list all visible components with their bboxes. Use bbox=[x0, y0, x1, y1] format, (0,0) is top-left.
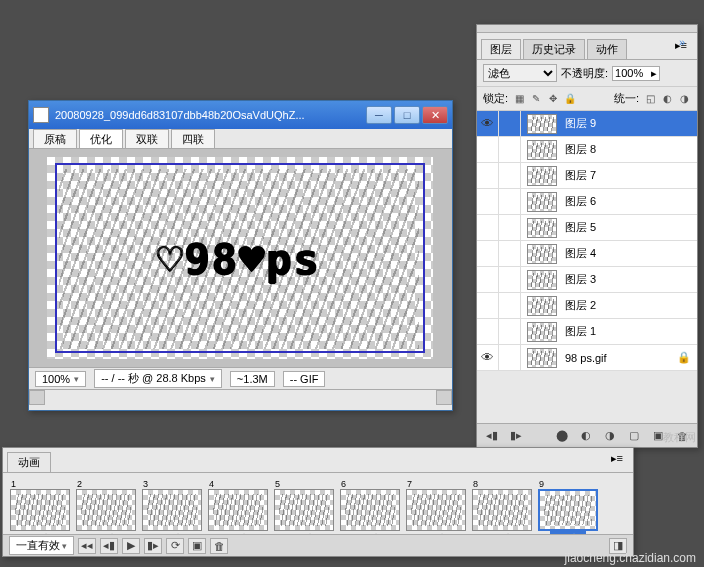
lock-pixels-icon[interactable]: ✎ bbox=[529, 92, 543, 106]
close-button[interactable]: ✕ bbox=[422, 106, 448, 124]
link-column[interactable] bbox=[499, 319, 521, 344]
maximize-button[interactable]: □ bbox=[394, 106, 420, 124]
layer-item[interactable]: 图层 5 bbox=[477, 215, 697, 241]
first-frame-button[interactable]: ◂◂ bbox=[78, 538, 96, 554]
link-column[interactable] bbox=[499, 241, 521, 266]
canvas-area[interactable]: ♡98♥ps bbox=[29, 149, 452, 367]
duplicate-frame-button[interactable]: ▣ bbox=[188, 538, 206, 554]
layer-item[interactable]: 图层 2 bbox=[477, 293, 697, 319]
frame-number: 4 bbox=[207, 479, 216, 489]
layer-item[interactable]: 图层 7 bbox=[477, 163, 697, 189]
layer-item[interactable]: 图层 6 bbox=[477, 189, 697, 215]
unify-visibility-icon[interactable]: ◐ bbox=[660, 92, 674, 106]
adjustment-layer-icon[interactable]: ◑ bbox=[601, 427, 619, 445]
document-status-bar: 100% -- / -- 秒 @ 28.8 Kbps ~1.3M -- GIF bbox=[29, 367, 452, 389]
opacity-label: 不透明度: bbox=[561, 66, 608, 81]
layer-name: 98 ps.gif bbox=[563, 352, 677, 364]
layer-thumbnail bbox=[527, 114, 557, 134]
scroll-right-button[interactable] bbox=[436, 390, 452, 405]
visibility-toggle[interactable] bbox=[477, 293, 499, 318]
tween-button[interactable]: ⟳ bbox=[166, 538, 184, 554]
scroll-left-button[interactable] bbox=[29, 390, 45, 405]
tab-history[interactable]: 历史记录 bbox=[523, 39, 585, 59]
layer-name: 图层 5 bbox=[563, 220, 697, 235]
visibility-toggle[interactable] bbox=[477, 163, 499, 188]
link-column[interactable] bbox=[499, 345, 521, 370]
link-column[interactable] bbox=[499, 137, 521, 162]
prev-frame-icon[interactable]: ◂▮ bbox=[483, 427, 501, 445]
layer-mask-icon[interactable]: ◐ bbox=[577, 427, 595, 445]
file-size: ~1.3M bbox=[230, 371, 275, 387]
layer-name: 图层 1 bbox=[563, 324, 697, 339]
layer-thumbnail bbox=[527, 296, 557, 316]
loop-select[interactable]: 一直有效 bbox=[9, 536, 74, 555]
layer-item[interactable]: 图层 4 bbox=[477, 241, 697, 267]
tab-4up[interactable]: 四联 bbox=[171, 129, 215, 148]
horizontal-scrollbar[interactable] bbox=[29, 389, 452, 405]
link-column[interactable] bbox=[499, 111, 521, 136]
animation-menu-button[interactable]: ▸≡ bbox=[605, 452, 629, 472]
layer-effects-icon[interactable]: ⬤ bbox=[553, 427, 571, 445]
visibility-toggle[interactable] bbox=[477, 241, 499, 266]
link-column[interactable] bbox=[499, 163, 521, 188]
tab-optimized[interactable]: 优化 bbox=[79, 129, 123, 148]
visibility-toggle[interactable] bbox=[477, 137, 499, 162]
document-view-tabs: 原稿 优化 双联 四联 bbox=[29, 129, 452, 149]
frame-thumbnail bbox=[274, 489, 334, 531]
layer-thumbnail bbox=[527, 192, 557, 212]
prev-frame-button[interactable]: ◂▮ bbox=[100, 538, 118, 554]
minimize-button[interactable]: ─ bbox=[366, 106, 392, 124]
play-button[interactable]: ▶ bbox=[122, 538, 140, 554]
lock-fill-row: 锁定: ▦ ✎ ✥ 🔒 统一: ◱ ◐ ◑ bbox=[477, 87, 697, 111]
layer-item[interactable]: 👁图层 9 bbox=[477, 111, 697, 137]
panel-tabs: 图层 历史记录 动作 ▸≡ bbox=[477, 33, 697, 60]
lock-all-icon[interactable]: 🔒 bbox=[563, 92, 577, 106]
visibility-toggle[interactable]: 👁 bbox=[477, 111, 499, 136]
scroll-track[interactable] bbox=[45, 390, 436, 405]
next-frame-icon[interactable]: ▮▸ bbox=[507, 427, 525, 445]
layer-item[interactable]: 图层 1 bbox=[477, 319, 697, 345]
layer-thumbnail bbox=[527, 270, 557, 290]
blend-mode-select[interactable]: 滤色 bbox=[483, 64, 557, 82]
frame-number: 8 bbox=[471, 479, 480, 489]
visibility-toggle[interactable] bbox=[477, 189, 499, 214]
file-format: -- GIF bbox=[283, 371, 326, 387]
unify-position-icon[interactable]: ◱ bbox=[643, 92, 657, 106]
tab-animation[interactable]: 动画 bbox=[7, 452, 51, 472]
panel-grip[interactable] bbox=[477, 25, 697, 33]
download-time[interactable]: -- / -- 秒 @ 28.8 Kbps bbox=[94, 369, 222, 388]
zoom-level[interactable]: 100% bbox=[35, 371, 86, 387]
frame-thumbnail bbox=[472, 489, 532, 531]
tab-original[interactable]: 原稿 bbox=[33, 129, 77, 148]
visibility-toggle[interactable] bbox=[477, 215, 499, 240]
animation-controls: 一直有效 ◂◂ ◂▮ ▶ ▮▸ ⟳ ▣ 🗑 ◨ bbox=[3, 534, 633, 556]
tab-layers[interactable]: 图层 bbox=[481, 39, 521, 59]
layer-thumbnail bbox=[527, 348, 557, 368]
frame-number: 5 bbox=[273, 479, 282, 489]
layer-group-icon[interactable]: ▢ bbox=[625, 427, 643, 445]
panel-collapse-button[interactable]: » bbox=[673, 35, 691, 49]
opacity-input[interactable]: 100%▸ bbox=[612, 66, 660, 81]
frame-number: 2 bbox=[75, 479, 84, 489]
visibility-toggle[interactable]: 👁 bbox=[477, 345, 499, 370]
link-column[interactable] bbox=[499, 267, 521, 292]
delete-frame-button[interactable]: 🗑 bbox=[210, 538, 228, 554]
layer-item[interactable]: 图层 8 bbox=[477, 137, 697, 163]
lock-label: 锁定: bbox=[483, 91, 508, 106]
document-titlebar[interactable]: 20080928_099dd6d83107dbb48b20OsaVdUQhZ..… bbox=[29, 101, 452, 129]
lock-position-icon[interactable]: ✥ bbox=[546, 92, 560, 106]
link-column[interactable] bbox=[499, 293, 521, 318]
layer-item[interactable]: 👁98 ps.gif🔒 bbox=[477, 345, 697, 371]
tab-actions[interactable]: 动作 bbox=[587, 39, 627, 59]
tab-2up[interactable]: 双联 bbox=[125, 129, 169, 148]
link-column[interactable] bbox=[499, 215, 521, 240]
unify-style-icon[interactable]: ◑ bbox=[677, 92, 691, 106]
frame-thumbnail bbox=[142, 489, 202, 531]
visibility-toggle[interactable] bbox=[477, 319, 499, 344]
next-frame-button[interactable]: ▮▸ bbox=[144, 538, 162, 554]
visibility-toggle[interactable] bbox=[477, 267, 499, 292]
fill-label: 统一: bbox=[614, 91, 639, 106]
link-column[interactable] bbox=[499, 189, 521, 214]
lock-transparency-icon[interactable]: ▦ bbox=[512, 92, 526, 106]
layer-item[interactable]: 图层 3 bbox=[477, 267, 697, 293]
